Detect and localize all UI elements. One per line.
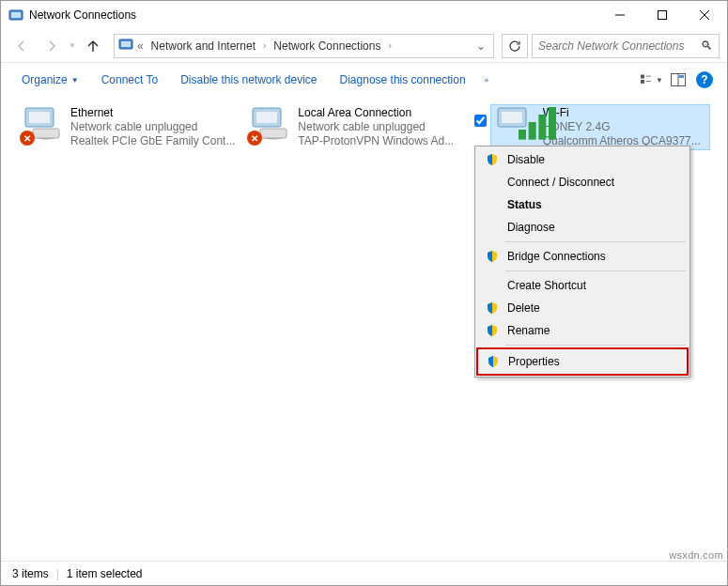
connection-wifi[interactable]: Wi-Fi HONEY 2.4G Qualcomm Atheros QCA937… — [490, 104, 710, 150]
forward-button[interactable] — [39, 33, 65, 59]
svg-rect-18 — [33, 129, 59, 138]
attribution: wsxdn.com — [669, 549, 723, 561]
shield-icon — [486, 301, 499, 315]
back-button[interactable] — [8, 33, 35, 59]
maximize-button[interactable] — [641, 2, 683, 28]
diagnose-button[interactable]: Diagnose this connection — [331, 69, 475, 90]
ctx-bridge[interactable]: Bridge Connections — [477, 245, 688, 268]
address-icon — [118, 37, 133, 54]
organize-button[interactable]: Organize▼ — [12, 69, 88, 90]
connection-ethernet[interactable]: ✕ Ethernet Network cable unplugged Realt… — [18, 104, 238, 150]
breadcrumb-network-connections[interactable]: Network Connections — [270, 38, 384, 54]
content-area[interactable]: ✕ Ethernet Network cable unplugged Realt… — [1, 97, 727, 561]
toolbar: Organize▼ Connect To Disable this networ… — [1, 63, 727, 97]
ctx-rename[interactable]: Rename — [477, 319, 688, 342]
item-count: 3 items — [12, 567, 49, 580]
svg-rect-16 — [29, 112, 50, 123]
help-button[interactable]: ? — [693, 69, 716, 91]
svg-rect-3 — [658, 11, 666, 20]
network-adapter-icon: ✕ — [20, 106, 65, 144]
address-dropdown-icon[interactable]: ⌄ — [472, 39, 489, 53]
up-button[interactable] — [80, 33, 106, 59]
svg-rect-7 — [121, 41, 131, 47]
svg-rect-22 — [260, 129, 287, 138]
svg-rect-8 — [641, 75, 644, 79]
highlight-box: Properties — [476, 347, 689, 376]
search-input[interactable] — [538, 39, 701, 53]
ctx-create-shortcut[interactable]: Create Shortcut — [477, 274, 688, 297]
breadcrumb-network-and-internet[interactable]: Network and Internet — [147, 38, 259, 54]
svg-rect-1 — [11, 12, 21, 18]
status-bar: 3 items | 1 item selected — [1, 561, 727, 585]
ctx-properties[interactable]: Properties — [478, 349, 687, 374]
shield-icon — [487, 355, 500, 368]
network-adapter-icon — [492, 106, 537, 144]
signal-strength-icon — [519, 103, 564, 144]
app-icon — [8, 8, 23, 23]
svg-rect-14 — [679, 75, 684, 78]
connection-status: HONEY 2.4G — [543, 120, 708, 134]
chevron-right-icon[interactable]: › — [388, 40, 391, 51]
error-icon: ✕ — [20, 131, 35, 146]
network-adapter-icon: ✕ — [247, 106, 292, 144]
connection-local-area[interactable]: ✕ Local Area Connection Network cable un… — [245, 104, 465, 150]
svg-rect-20 — [256, 112, 277, 123]
svg-rect-26 — [528, 122, 535, 140]
separator — [505, 345, 686, 346]
ctx-status[interactable]: Status — [477, 193, 688, 216]
ctx-delete[interactable]: Delete — [477, 297, 688, 319]
toolbar-overflow-icon[interactable]: » — [479, 72, 494, 88]
separator — [505, 241, 686, 242]
organize-label: Organize — [22, 73, 68, 86]
selected-count: 1 item selected — [67, 567, 143, 580]
refresh-button[interactable] — [502, 34, 528, 58]
search-icon[interactable]: 🔍︎ — [701, 39, 713, 53]
connection-desc: TAP-ProtonVPN Windows Ad... — [298, 134, 463, 148]
svg-rect-28 — [549, 107, 556, 140]
svg-rect-25 — [519, 130, 526, 140]
connection-status: Network cable unplugged — [298, 120, 463, 134]
search-box[interactable]: 🔍︎ — [532, 34, 720, 58]
connection-desc: Realtek PCIe GbE Family Cont... — [70, 134, 236, 148]
connection-name: Local Area Connection — [298, 106, 463, 120]
window-root: Network Connections ▼ « Network and Inte… — [0, 0, 728, 586]
svg-rect-27 — [538, 115, 546, 140]
ctx-disable[interactable]: Disable — [477, 148, 688, 171]
nav-bar: ▼ « Network and Internet › Network Conne… — [1, 29, 727, 63]
ctx-connect-disconnect[interactable]: Connect / Disconnect — [477, 171, 688, 193]
close-button[interactable] — [683, 2, 725, 28]
shield-icon — [486, 153, 499, 166]
shield-icon — [486, 324, 499, 337]
help-icon: ? — [696, 71, 713, 88]
svg-rect-9 — [641, 80, 644, 84]
address-bar[interactable]: « Network and Internet › Network Connect… — [114, 34, 494, 58]
window-title: Network Connections — [29, 8, 598, 22]
shield-icon — [486, 250, 499, 263]
ctx-diagnose[interactable]: Diagnose — [477, 216, 688, 239]
connection-name: Ethernet — [70, 106, 236, 120]
select-checkbox[interactable] — [474, 115, 487, 127]
disable-device-button[interactable]: Disable this network device — [171, 69, 326, 90]
titlebar: Network Connections — [1, 1, 727, 29]
preview-pane-button[interactable] — [667, 69, 689, 91]
minimize-button[interactable] — [598, 2, 641, 28]
separator: | — [56, 567, 59, 580]
connect-to-button[interactable]: Connect To — [92, 69, 168, 90]
chevron-down-icon: ▼ — [71, 76, 79, 85]
connection-status: Network cable unplugged — [70, 120, 236, 134]
breadcrumb-prefix: « — [137, 39, 144, 53]
recent-dropdown-icon[interactable]: ▼ — [69, 41, 76, 50]
context-menu: Disable Connect / Disconnect Status Diag… — [474, 146, 690, 378]
connection-name: Wi-Fi — [543, 106, 708, 120]
chevron-right-icon[interactable]: › — [263, 40, 266, 51]
view-options-button[interactable]: ▼ — [641, 69, 663, 91]
separator — [505, 270, 686, 271]
